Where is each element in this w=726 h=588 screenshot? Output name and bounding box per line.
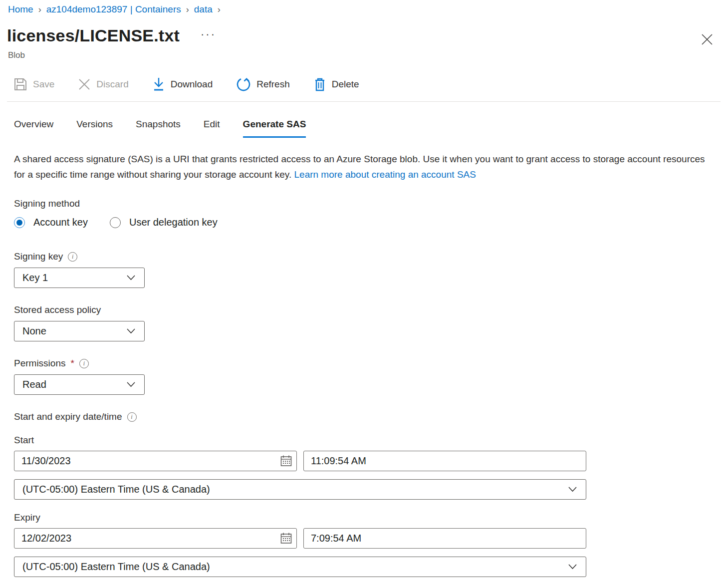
tab-snapshots[interactable]: Snapshots (136, 119, 181, 138)
tab-overview[interactable]: Overview (14, 119, 53, 138)
start-label: Start (14, 435, 726, 446)
radio-user-delegation-key-label: User delegation key (129, 217, 218, 228)
permissions-label: Permissions (14, 358, 65, 369)
download-button[interactable]: Download (153, 77, 213, 91)
delete-button[interactable]: Delete (314, 77, 359, 91)
save-label: Save (33, 79, 54, 90)
tab-bar: Overview Versions Snapshots Edit Generat… (14, 119, 726, 138)
radio-unselected-icon (110, 217, 121, 228)
chevron-down-icon (568, 564, 577, 570)
page-header: licenses/LICENSE.txt ··· (0, 15, 726, 45)
start-date-input[interactable] (14, 451, 297, 471)
download-icon (153, 77, 165, 91)
refresh-label: Refresh (256, 79, 290, 90)
start-time-wrap (303, 451, 586, 471)
breadcrumb-separator-icon: › (38, 4, 41, 15)
chevron-down-icon (127, 328, 135, 334)
permissions-label-row: Permissions * i (14, 358, 726, 369)
radio-account-key[interactable]: Account key (14, 217, 88, 228)
permissions-select[interactable]: Read (14, 374, 145, 395)
start-timezone-value: (UTC-05:00) Eastern Time (US & Canada) (22, 484, 210, 495)
close-button[interactable] (700, 32, 715, 47)
expiry-timezone-select[interactable]: (UTC-05:00) Eastern Time (US & Canada) (14, 557, 586, 577)
signing-key-label-row: Signing key i (14, 251, 726, 262)
tab-generate-sas[interactable]: Generate SAS (243, 119, 306, 138)
signing-method-label: Signing method (14, 198, 726, 209)
info-icon[interactable]: i (127, 412, 137, 422)
discard-icon (78, 78, 90, 90)
signing-method-radio-group: Account key User delegation key (14, 217, 726, 228)
chevron-down-icon (127, 275, 135, 281)
refresh-button[interactable]: Refresh (237, 77, 290, 91)
expiry-time-wrap (303, 528, 586, 549)
expiry-label: Expiry (14, 512, 726, 523)
breadcrumb: Home › az104demo123897 | Containers › da… (0, 0, 726, 15)
breadcrumb-separator-icon: › (186, 4, 189, 15)
start-expiry-label: Start and expiry date/time (14, 411, 122, 422)
discard-label: Discard (96, 79, 128, 90)
signing-key-value: Key 1 (22, 272, 48, 284)
start-datetime-row (14, 451, 726, 471)
expiry-timezone-value: (UTC-05:00) Eastern Time (US & Canada) (22, 561, 210, 573)
radio-user-delegation-key[interactable]: User delegation key (110, 217, 218, 228)
calendar-icon[interactable] (280, 455, 292, 467)
refresh-icon (237, 77, 250, 91)
calendar-icon[interactable] (280, 532, 292, 545)
stored-access-policy-select[interactable]: None (14, 321, 145, 341)
signing-key-label: Signing key (14, 251, 63, 262)
breadcrumb-link-home[interactable]: Home (8, 4, 33, 15)
breadcrumb-link-container[interactable]: data (194, 4, 213, 15)
blade-subtitle: Blob (0, 45, 726, 60)
close-icon (701, 33, 714, 46)
delete-icon (314, 77, 326, 91)
signing-key-select[interactable]: Key 1 (14, 268, 145, 288)
expiry-date-input[interactable] (14, 528, 297, 549)
learn-more-link[interactable]: Learn more about creating an account SAS (294, 169, 476, 180)
discard-button[interactable]: Discard (78, 78, 128, 90)
save-button[interactable]: Save (14, 78, 54, 91)
more-options-button[interactable]: ··· (201, 32, 216, 37)
expiry-time-input[interactable] (303, 528, 586, 549)
stored-access-policy-label: Stored access policy (14, 304, 726, 315)
permissions-value: Read (22, 379, 46, 390)
chevron-down-icon (127, 382, 135, 387)
chevron-down-icon (568, 487, 577, 492)
page-title: licenses/LICENSE.txt (7, 26, 180, 45)
stored-access-policy-value: None (22, 325, 46, 337)
download-label: Download (171, 79, 213, 90)
start-date-wrap (14, 451, 297, 471)
expiry-date-wrap (14, 528, 297, 549)
start-expiry-label-row: Start and expiry date/time i (14, 411, 726, 422)
required-asterisk: * (70, 358, 74, 369)
start-time-input[interactable] (303, 451, 586, 471)
delete-label: Delete (332, 79, 359, 90)
info-icon[interactable]: i (68, 252, 77, 262)
toolbar-divider (7, 101, 721, 102)
sas-description: A shared access signature (SAS) is a URI… (14, 151, 705, 182)
save-icon (14, 78, 27, 91)
tab-edit[interactable]: Edit (204, 119, 220, 138)
breadcrumb-separator-icon: › (218, 4, 221, 15)
start-timezone-select[interactable]: (UTC-05:00) Eastern Time (US & Canada) (14, 479, 586, 500)
breadcrumb-link-storage-account[interactable]: az104demo123897 | Containers (46, 4, 181, 15)
tab-versions[interactable]: Versions (76, 119, 113, 138)
info-icon[interactable]: i (79, 359, 89, 368)
radio-account-key-label: Account key (33, 217, 88, 228)
command-bar: Save Discard Download Refresh Delete (14, 74, 726, 94)
expiry-datetime-row (14, 528, 726, 549)
radio-selected-icon (14, 217, 25, 228)
generate-sas-form: Signing method Account key User delegati… (14, 198, 726, 577)
